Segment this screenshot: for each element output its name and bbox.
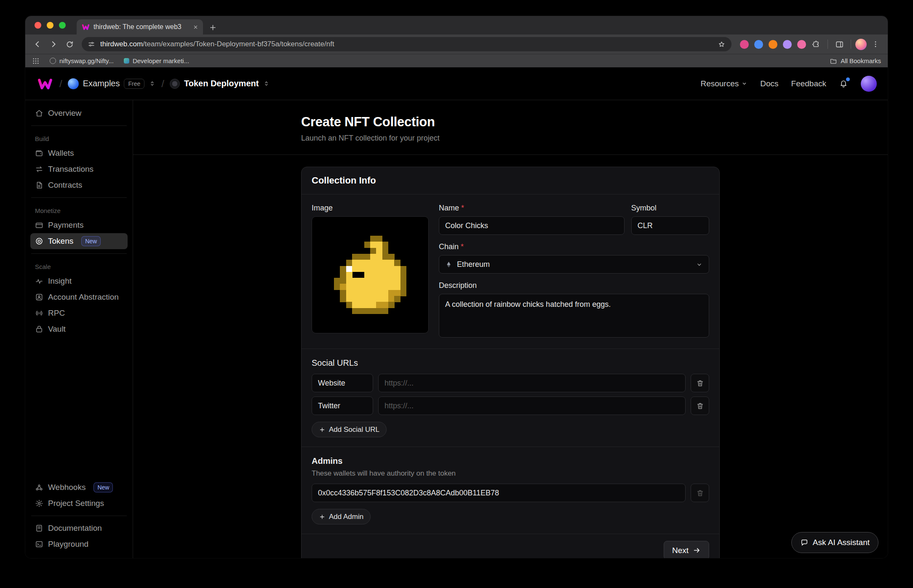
platform-input-website[interactable] [312, 374, 373, 392]
sidebar-item-overview[interactable]: Overview [30, 105, 128, 121]
resources-menu[interactable]: Resources [700, 79, 747, 88]
social-urls-section: Social URLs [302, 349, 719, 447]
card-header: Collection Info [302, 167, 719, 194]
user-avatar[interactable] [861, 76, 877, 92]
breadcrumb-separator: / [59, 78, 62, 90]
side-panel-icon[interactable] [832, 37, 846, 51]
chevron-down-icon [741, 80, 747, 87]
extension-blue-icon[interactable] [754, 40, 763, 49]
ask-ai-assistant-button[interactable]: Ask AI Assistant [791, 532, 878, 553]
chrome-profile-avatar[interactable] [855, 39, 867, 50]
close-window-button[interactable] [35, 22, 41, 29]
notification-dot [846, 77, 850, 81]
admins-description: These wallets will have authority on the… [312, 469, 709, 478]
social-urls-title: Social URLs [312, 358, 709, 368]
sidebar-item-rpc[interactable]: RPC [30, 305, 128, 321]
new-tab-button[interactable] [209, 24, 217, 32]
sidebar-divider [31, 253, 127, 254]
collection-image-upload[interactable] [312, 216, 429, 333]
sidebar-item-wallets[interactable]: Wallets [30, 145, 128, 161]
extension-rose-icon[interactable] [797, 40, 806, 49]
platform-input-twitter[interactable] [312, 396, 373, 415]
docs-link[interactable]: Docs [760, 79, 778, 88]
team-name: Examples [83, 79, 120, 88]
chain-label: Chain* [439, 242, 709, 251]
back-button[interactable] [30, 37, 45, 51]
bookmark-item[interactable]: niftyswap.gg/Nifty... [50, 57, 114, 64]
page-scroll-area: Collection Info Image [133, 155, 888, 558]
extension-pink-icon[interactable] [740, 40, 749, 49]
required-mark: * [461, 204, 464, 213]
admin-address-input[interactable] [312, 484, 686, 502]
window-controls [35, 16, 66, 35]
name-input[interactable] [439, 216, 625, 235]
all-bookmarks-button[interactable]: All Bookmarks [830, 57, 881, 65]
description-textarea[interactable]: A collection of rainbow chicks hatched f… [439, 294, 709, 338]
extensions-puzzle-icon[interactable] [812, 40, 820, 48]
sidebar-item-tokens[interactable]: Tokens New [30, 233, 128, 249]
project-name: Token Deployment [184, 79, 259, 88]
sidebar-divider [31, 125, 127, 126]
add-social-url-button[interactable]: Add Social URL [312, 422, 387, 437]
sidebar-item-insight[interactable]: Insight [30, 273, 128, 289]
new-badge: New [81, 236, 101, 246]
reload-button[interactable] [62, 37, 77, 51]
project-selector[interactable]: Token Deployment [170, 79, 270, 89]
sidebar-item-webhooks[interactable]: Webhooks New [30, 479, 128, 495]
sidebar-divider [31, 197, 127, 198]
sidebar-item-transactions[interactable]: Transactions [30, 161, 128, 177]
new-badge: New [93, 482, 113, 492]
account-abstraction-icon [35, 293, 43, 301]
delete-twitter-row-button[interactable] [691, 396, 709, 415]
team-selector[interactable]: Examples Free [68, 78, 156, 89]
image-label: Image [312, 204, 429, 213]
tab-strip: thirdweb: The complete web3 [25, 16, 888, 35]
sidebar-item-project-settings[interactable]: Project Settings [30, 495, 128, 511]
site-settings-icon[interactable] [88, 40, 95, 48]
sidebar-section-scale: Scale [30, 258, 128, 273]
delete-website-row-button[interactable] [691, 374, 709, 392]
main-content: Create NFT Collection Launch an NFT coll… [133, 100, 888, 558]
sidebar-item-payments[interactable]: Payments [30, 217, 128, 233]
forward-button[interactable] [46, 37, 61, 51]
page-subtitle: Launch an NFT collection for your projec… [301, 134, 720, 143]
fullscreen-window-button[interactable] [59, 22, 66, 29]
bookmark-label: niftyswap.gg/Nifty... [59, 57, 114, 64]
close-tab-icon[interactable] [192, 24, 199, 30]
add-admin-button[interactable]: Add Admin [312, 509, 371, 524]
minimize-window-button[interactable] [47, 22, 53, 29]
playground-icon [35, 540, 43, 548]
chevron-updown-icon[interactable] [263, 80, 270, 87]
sidebar-item-playground[interactable]: Playground [30, 536, 128, 552]
trash-icon [696, 379, 704, 387]
vault-lock-icon [35, 325, 43, 333]
required-mark: * [461, 242, 464, 251]
plus-icon [319, 426, 326, 433]
extension-orange-icon[interactable] [769, 40, 777, 49]
chevron-updown-icon[interactable] [149, 80, 156, 87]
next-button[interactable]: Next [664, 541, 709, 558]
apps-grid-icon[interactable] [32, 57, 40, 65]
extension-purple-icon[interactable] [783, 40, 792, 49]
documentation-icon [35, 524, 43, 532]
twitter-url-input[interactable] [378, 396, 686, 415]
bookmark-item[interactable]: Developer marketi... [124, 57, 189, 64]
website-url-input[interactable] [378, 374, 686, 392]
address-bar[interactable]: thirdweb.com/team/examples/Token-Deploym… [82, 37, 731, 51]
delete-admin-button[interactable] [691, 484, 709, 502]
sidebar-item-documentation[interactable]: Documentation [30, 520, 128, 536]
sidebar-item-vault[interactable]: Vault [30, 321, 128, 337]
symbol-input[interactable] [631, 216, 709, 235]
all-bookmarks-label: All Bookmarks [841, 57, 881, 64]
chain-select[interactable]: Ethereum [439, 255, 709, 274]
feedback-link[interactable]: Feedback [791, 79, 826, 88]
notifications-button[interactable] [839, 79, 848, 88]
url-text: thirdweb.com/team/examples/Token-Deploym… [100, 40, 713, 48]
chain-value: Ethereum [457, 260, 490, 269]
browser-tab[interactable]: thirdweb: The complete web3 [77, 19, 203, 35]
sidebar-item-contracts[interactable]: Contracts [30, 177, 128, 193]
thirdweb-logo[interactable] [36, 77, 54, 90]
browser-menu-kebab-icon[interactable] [868, 37, 883, 51]
bookmark-star-icon[interactable] [718, 40, 726, 48]
sidebar-item-account-abstraction[interactable]: Account Abstraction [30, 289, 128, 305]
